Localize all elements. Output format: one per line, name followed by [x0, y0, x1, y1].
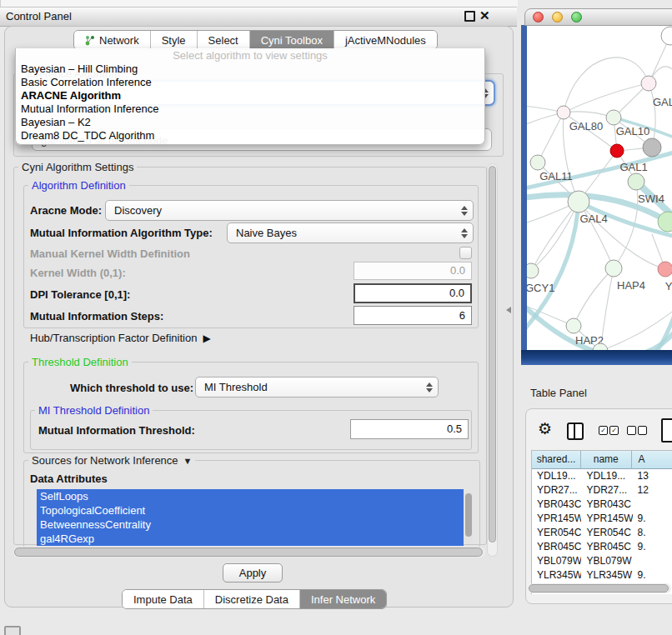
table-row[interactable]: YPR145WYPR145W9.	[532, 512, 672, 526]
vertical-scrollbar-thumb[interactable]	[489, 166, 496, 542]
network-edge[interactable]	[564, 58, 649, 112]
column-header-a[interactable]: A	[632, 451, 672, 469]
table-row[interactable]: YLR345WYLR345W9.	[532, 568, 672, 582]
network-node[interactable]	[643, 138, 661, 157]
network-node-hap4[interactable]	[605, 260, 622, 277]
table-scrollbar-thumb[interactable]	[529, 584, 669, 592]
network-node-gcy1[interactable]	[527, 263, 539, 278]
network-node-gal11[interactable]	[530, 155, 545, 170]
aracne-mode-combo[interactable]: Discovery	[105, 200, 474, 221]
network-edge[interactable]	[649, 83, 655, 148]
algorithm-option-basic-correlation-inference[interactable]: Basic Correlation Inference	[16, 76, 484, 89]
aracne-mode-label: Aracne Mode:	[30, 204, 102, 217]
network-node-hap2[interactable]	[566, 318, 581, 333]
network-window-titlebar[interactable]	[524, 8, 672, 26]
close-traffic-light-icon[interactable]	[533, 12, 544, 22]
zoom-traffic-light-icon[interactable]	[571, 12, 582, 22]
tab-label: Cyni Toolbox	[261, 34, 323, 47]
mi-algorithm-type-combo[interactable]: Naive Bayes	[227, 222, 474, 243]
table-row[interactable]: YDL19...YDL19...13	[532, 469, 672, 483]
network-node-gal10[interactable]	[606, 110, 621, 125]
node-label-swi4: SWI4	[638, 192, 664, 205]
combo-arrows-icon	[460, 206, 467, 216]
gear-icon[interactable]: ⚙	[538, 419, 552, 438]
checked-checkbox-icon[interactable]: ✓	[609, 426, 619, 435]
mi-steps-input[interactable]: 6	[354, 306, 472, 325]
attribute-item-selfloops[interactable]: SelfLoops	[37, 489, 464, 503]
dpi-tolerance-label: DPI Tolerance [0,1]:	[30, 288, 130, 301]
tab-select[interactable]: Select	[197, 31, 249, 49]
tab-jactivemnodules[interactable]: jActiveMNodules	[333, 31, 437, 49]
kernel-width-input[interactable]: 0.0	[354, 262, 472, 280]
tab-style[interactable]: Style	[150, 31, 197, 49]
network-node-gal1[interactable]	[610, 144, 624, 158]
horizontal-scrollbar[interactable]	[13, 547, 485, 558]
sources-label-text: Sources for Network Inference	[32, 454, 178, 467]
network-node[interactable]	[661, 27, 672, 45]
attribute-item-betweennesscentrality[interactable]: BetweennessCentrality	[37, 518, 464, 532]
close-icon[interactable]: ✕	[479, 7, 490, 25]
mi-threshold-input[interactable]: 0.5	[350, 419, 469, 439]
algorithm-option-dream8-dc-tdc-algorithm[interactable]: Dream8 DC_TDC Algorithm	[16, 129, 484, 142]
checked-checkbox-icon[interactable]: ✓	[599, 426, 608, 435]
table-row[interactable]: YDR27...YDR27...12	[532, 483, 672, 498]
attribute-item-topologicalcoefficient[interactable]: TopologicalCoefficient	[37, 503, 464, 518]
column-header-shared[interactable]: shared...	[532, 451, 581, 469]
algorithm-option-bayesian-k2[interactable]: Bayesian – K2	[16, 116, 484, 129]
network-node-gal[interactable]	[641, 76, 656, 91]
which-threshold-combo[interactable]: MI Threshold	[195, 377, 439, 398]
table-cell: YLR345W	[581, 568, 632, 582]
data-attributes-list[interactable]: SelfLoopsTopologicalCoefficientBetweenne…	[37, 489, 464, 546]
splitter-arrow-icon[interactable]	[506, 307, 511, 313]
sources-label[interactable]: Sources for Network Inference▼	[28, 454, 195, 467]
control-panel-titlebar[interactable]	[0, 7, 517, 27]
bottom-tab-bar: Impute DataDiscretize DataInfer Network	[122, 589, 387, 609]
tab-impute-data[interactable]: Impute Data	[123, 590, 203, 608]
columns-icon[interactable]	[567, 422, 584, 440]
table-row[interactable]: YER054CYER054C8.	[532, 526, 672, 540]
tab-network[interactable]: Network	[74, 31, 150, 49]
column-header-name[interactable]: name	[581, 451, 632, 469]
apply-button[interactable]: Apply	[223, 563, 283, 582]
network-edge[interactable]	[564, 83, 649, 112]
horizontal-scrollbar-thumb[interactable]	[14, 548, 483, 557]
algorithm-option-bayesian-hill-climbing[interactable]: Bayesian – Hill Climbing	[16, 62, 484, 76]
network-node-gal4[interactable]	[568, 191, 589, 212]
minimize-traffic-light-icon[interactable]	[552, 12, 563, 22]
network-node-y[interactable]	[658, 262, 672, 277]
table-row[interactable]: YBR045CYBR045C9.	[532, 540, 672, 554]
tab-cyni-toolbox[interactable]: Cyni Toolbox	[249, 31, 333, 49]
document-icon[interactable]	[661, 418, 672, 442]
tab-discretize-data[interactable]: Discretize Data	[203, 590, 299, 608]
network-edge[interactable]	[614, 182, 638, 268]
attribute-item-gal4rgexp[interactable]: gal4RGexp	[37, 532, 464, 546]
tab-label: Select	[208, 34, 238, 47]
hub-definition-expander[interactable]: Hub/Transcription Factor Definition▶	[30, 332, 211, 344]
table-panel-title: Table Panel	[530, 387, 587, 399]
unchecked-checkbox-icon[interactable]	[638, 426, 647, 435]
network-edge[interactable]	[574, 268, 614, 326]
table-row[interactable]: YBR043CYBR043C	[532, 498, 672, 512]
table-horizontal-scrollbar[interactable]	[528, 583, 671, 593]
network-node-gal80[interactable]	[557, 106, 570, 119]
network-node-swi4[interactable]	[628, 173, 644, 190]
vertical-scrollbar[interactable]	[487, 163, 498, 557]
tab-label: Style	[162, 34, 186, 47]
attributes-scrollbar-thumb[interactable]	[465, 493, 472, 537]
kernel-width-label: Kernel Width (0,1):	[30, 267, 126, 279]
panel-corner-icon[interactable]	[4, 626, 21, 635]
dpi-tolerance-input[interactable]: 0.0	[354, 283, 472, 303]
float-window-icon[interactable]	[464, 11, 475, 22]
network-edge[interactable]	[538, 112, 564, 162]
tab-infer-network[interactable]: Infer Network	[299, 590, 386, 608]
algorithm-option-aracne-algorithm[interactable]: ARACNE Algorithm	[16, 89, 484, 102]
unchecked-checkbox-icon[interactable]	[627, 426, 636, 435]
manual-kernel-width-checkbox[interactable]	[459, 247, 472, 259]
table-row[interactable]: YBL079WYBL079W	[532, 554, 672, 568]
manual-kernel-width-label: Manual Kernel Width Definition	[30, 248, 190, 260]
node-label-gal11: GAL11	[539, 170, 573, 182]
network-canvas[interactable]: GALGAL80GAL10GAL1GAL11SWI4GAL4GCY1HAP4YH…	[527, 26, 672, 350]
attributes-scrollbar[interactable]	[464, 491, 473, 544]
algorithm-option-mutual-information-inference[interactable]: Mutual Information Inference	[16, 102, 484, 116]
tab-label: Impute Data	[133, 593, 193, 606]
